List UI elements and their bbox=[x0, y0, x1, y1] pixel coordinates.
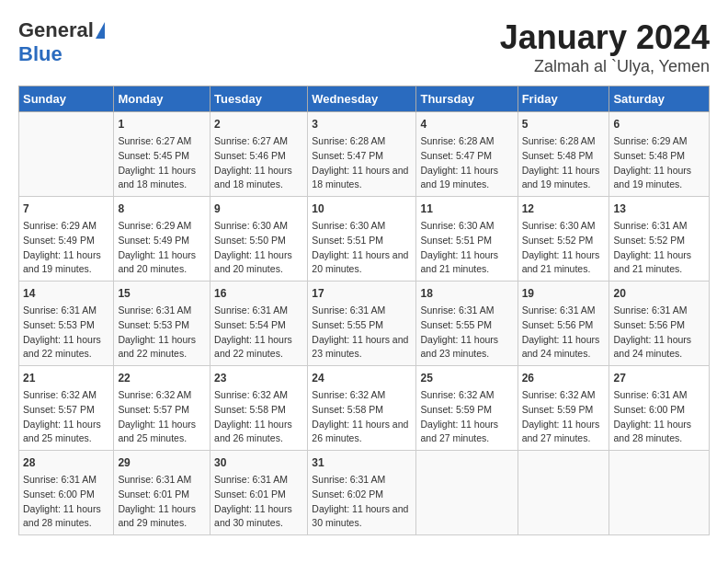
day-number: 31 bbox=[312, 454, 412, 471]
calendar-week-2: 7Sunrise: 6:29 AM Sunset: 5:49 PM Daylig… bbox=[19, 197, 710, 282]
day-info: Sunrise: 6:27 AM Sunset: 5:45 PM Dayligh… bbox=[118, 134, 206, 192]
calendar-cell bbox=[518, 451, 609, 535]
calendar-cell: 17Sunrise: 6:31 AM Sunset: 5:55 PM Dayli… bbox=[308, 282, 416, 366]
day-info: Sunrise: 6:31 AM Sunset: 5:53 PM Dayligh… bbox=[23, 304, 109, 362]
calendar-subtitle: Zalmah al `Ulya, Yemen bbox=[500, 57, 710, 76]
day-number: 15 bbox=[118, 285, 206, 302]
calendar-cell: 18Sunrise: 6:31 AM Sunset: 5:55 PM Dayli… bbox=[416, 282, 518, 366]
day-number: 19 bbox=[522, 285, 606, 302]
day-info: Sunrise: 6:32 AM Sunset: 5:59 PM Dayligh… bbox=[522, 388, 606, 446]
calendar-cell: 31Sunrise: 6:31 AM Sunset: 6:02 PM Dayli… bbox=[308, 451, 416, 535]
day-number: 18 bbox=[420, 285, 513, 302]
calendar-cell: 22Sunrise: 6:32 AM Sunset: 5:57 PM Dayli… bbox=[114, 366, 210, 451]
day-info: Sunrise: 6:31 AM Sunset: 6:01 PM Dayligh… bbox=[214, 473, 303, 531]
day-info: Sunrise: 6:29 AM Sunset: 5:48 PM Dayligh… bbox=[613, 134, 705, 192]
column-header-monday: Monday bbox=[114, 86, 210, 112]
day-number: 17 bbox=[312, 285, 412, 302]
day-number: 30 bbox=[214, 454, 303, 471]
calendar-cell: 14Sunrise: 6:31 AM Sunset: 5:53 PM Dayli… bbox=[19, 282, 114, 366]
calendar-week-3: 14Sunrise: 6:31 AM Sunset: 5:53 PM Dayli… bbox=[19, 282, 710, 366]
day-number: 29 bbox=[118, 454, 206, 471]
day-info: Sunrise: 6:28 AM Sunset: 5:47 PM Dayligh… bbox=[420, 134, 513, 192]
day-info: Sunrise: 6:30 AM Sunset: 5:52 PM Dayligh… bbox=[522, 219, 606, 277]
calendar-cell: 9Sunrise: 6:30 AM Sunset: 5:50 PM Daylig… bbox=[210, 197, 308, 282]
calendar-cell: 29Sunrise: 6:31 AM Sunset: 6:01 PM Dayli… bbox=[114, 451, 210, 535]
day-info: Sunrise: 6:31 AM Sunset: 5:55 PM Dayligh… bbox=[312, 304, 412, 362]
day-info: Sunrise: 6:30 AM Sunset: 5:51 PM Dayligh… bbox=[312, 219, 412, 277]
calendar-week-4: 21Sunrise: 6:32 AM Sunset: 5:57 PM Dayli… bbox=[19, 366, 710, 451]
day-number: 8 bbox=[118, 201, 206, 217]
day-info: Sunrise: 6:31 AM Sunset: 5:55 PM Dayligh… bbox=[420, 304, 513, 362]
day-number: 20 bbox=[613, 285, 705, 302]
day-number: 28 bbox=[23, 454, 109, 471]
day-info: Sunrise: 6:30 AM Sunset: 5:51 PM Dayligh… bbox=[420, 219, 513, 277]
title-area: January 2024 Zalmah al `Ulya, Yemen bbox=[500, 18, 710, 76]
day-info: Sunrise: 6:29 AM Sunset: 5:49 PM Dayligh… bbox=[23, 219, 109, 277]
logo-icon bbox=[96, 22, 105, 39]
day-number: 12 bbox=[522, 201, 606, 217]
day-info: Sunrise: 6:31 AM Sunset: 5:52 PM Dayligh… bbox=[613, 219, 705, 277]
calendar-cell: 28Sunrise: 6:31 AM Sunset: 6:00 PM Dayli… bbox=[19, 451, 114, 535]
column-header-saturday: Saturday bbox=[609, 86, 710, 112]
calendar-cell: 10Sunrise: 6:30 AM Sunset: 5:51 PM Dayli… bbox=[308, 197, 416, 282]
day-number: 5 bbox=[522, 116, 606, 132]
calendar-cell: 7Sunrise: 6:29 AM Sunset: 5:49 PM Daylig… bbox=[19, 197, 114, 282]
calendar-header-row: SundayMondayTuesdayWednesdayThursdayFrid… bbox=[19, 86, 710, 112]
day-number: 26 bbox=[522, 370, 606, 386]
day-info: Sunrise: 6:31 AM Sunset: 6:02 PM Dayligh… bbox=[312, 473, 412, 531]
day-number: 1 bbox=[118, 116, 206, 132]
day-number: 10 bbox=[312, 201, 412, 217]
logo: General Blue bbox=[18, 18, 105, 66]
calendar-cell: 13Sunrise: 6:31 AM Sunset: 5:52 PM Dayli… bbox=[609, 197, 710, 282]
calendar-cell: 1Sunrise: 6:27 AM Sunset: 5:45 PM Daylig… bbox=[114, 112, 210, 197]
day-number: 25 bbox=[420, 370, 513, 386]
day-info: Sunrise: 6:32 AM Sunset: 5:58 PM Dayligh… bbox=[312, 388, 412, 446]
day-number: 7 bbox=[23, 201, 109, 217]
calendar-cell: 23Sunrise: 6:32 AM Sunset: 5:58 PM Dayli… bbox=[210, 366, 308, 451]
day-info: Sunrise: 6:31 AM Sunset: 6:00 PM Dayligh… bbox=[613, 388, 705, 446]
day-number: 6 bbox=[613, 116, 705, 132]
calendar-cell: 16Sunrise: 6:31 AM Sunset: 5:54 PM Dayli… bbox=[210, 282, 308, 366]
day-number: 11 bbox=[420, 201, 513, 217]
day-info: Sunrise: 6:31 AM Sunset: 6:01 PM Dayligh… bbox=[118, 473, 206, 531]
calendar-cell bbox=[416, 451, 518, 535]
day-number: 22 bbox=[118, 370, 206, 386]
calendar-week-1: 1Sunrise: 6:27 AM Sunset: 5:45 PM Daylig… bbox=[19, 112, 710, 197]
calendar-cell: 5Sunrise: 6:28 AM Sunset: 5:48 PM Daylig… bbox=[518, 112, 609, 197]
calendar-cell: 21Sunrise: 6:32 AM Sunset: 5:57 PM Dayli… bbox=[19, 366, 114, 451]
calendar-cell: 19Sunrise: 6:31 AM Sunset: 5:56 PM Dayli… bbox=[518, 282, 609, 366]
day-info: Sunrise: 6:27 AM Sunset: 5:46 PM Dayligh… bbox=[214, 134, 303, 192]
calendar-cell: 4Sunrise: 6:28 AM Sunset: 5:47 PM Daylig… bbox=[416, 112, 518, 197]
calendar-cell: 6Sunrise: 6:29 AM Sunset: 5:48 PM Daylig… bbox=[609, 112, 710, 197]
calendar-cell: 8Sunrise: 6:29 AM Sunset: 5:49 PM Daylig… bbox=[114, 197, 210, 282]
calendar-cell: 26Sunrise: 6:32 AM Sunset: 5:59 PM Dayli… bbox=[518, 366, 609, 451]
calendar-cell: 11Sunrise: 6:30 AM Sunset: 5:51 PM Dayli… bbox=[416, 197, 518, 282]
column-header-tuesday: Tuesday bbox=[210, 86, 308, 112]
day-number: 27 bbox=[613, 370, 705, 386]
calendar-cell: 25Sunrise: 6:32 AM Sunset: 5:59 PM Dayli… bbox=[416, 366, 518, 451]
day-number: 4 bbox=[420, 116, 513, 132]
day-info: Sunrise: 6:32 AM Sunset: 5:58 PM Dayligh… bbox=[214, 388, 303, 446]
column-header-friday: Friday bbox=[518, 86, 609, 112]
day-info: Sunrise: 6:31 AM Sunset: 5:54 PM Dayligh… bbox=[214, 304, 303, 362]
day-info: Sunrise: 6:30 AM Sunset: 5:50 PM Dayligh… bbox=[214, 219, 303, 277]
day-info: Sunrise: 6:31 AM Sunset: 5:56 PM Dayligh… bbox=[613, 304, 705, 362]
day-info: Sunrise: 6:32 AM Sunset: 5:57 PM Dayligh… bbox=[118, 388, 206, 446]
day-info: Sunrise: 6:29 AM Sunset: 5:49 PM Dayligh… bbox=[118, 219, 206, 277]
calendar-cell: 15Sunrise: 6:31 AM Sunset: 5:53 PM Dayli… bbox=[114, 282, 210, 366]
day-info: Sunrise: 6:32 AM Sunset: 5:57 PM Dayligh… bbox=[23, 388, 109, 446]
day-number: 9 bbox=[214, 201, 303, 217]
logo-general-text: General bbox=[18, 18, 94, 42]
day-info: Sunrise: 6:31 AM Sunset: 6:00 PM Dayligh… bbox=[23, 473, 109, 531]
logo-blue-text: Blue bbox=[18, 42, 63, 65]
day-number: 13 bbox=[613, 201, 705, 217]
calendar-cell: 24Sunrise: 6:32 AM Sunset: 5:58 PM Dayli… bbox=[308, 366, 416, 451]
day-number: 14 bbox=[23, 285, 109, 302]
calendar-cell: 27Sunrise: 6:31 AM Sunset: 6:00 PM Dayli… bbox=[609, 366, 710, 451]
calendar-title: January 2024 bbox=[500, 18, 710, 57]
calendar-table: SundayMondayTuesdayWednesdayThursdayFrid… bbox=[18, 86, 710, 535]
day-info: Sunrise: 6:32 AM Sunset: 5:59 PM Dayligh… bbox=[420, 388, 513, 446]
calendar-cell bbox=[19, 112, 114, 197]
day-info: Sunrise: 6:28 AM Sunset: 5:48 PM Dayligh… bbox=[522, 134, 606, 192]
day-number: 21 bbox=[23, 370, 109, 386]
